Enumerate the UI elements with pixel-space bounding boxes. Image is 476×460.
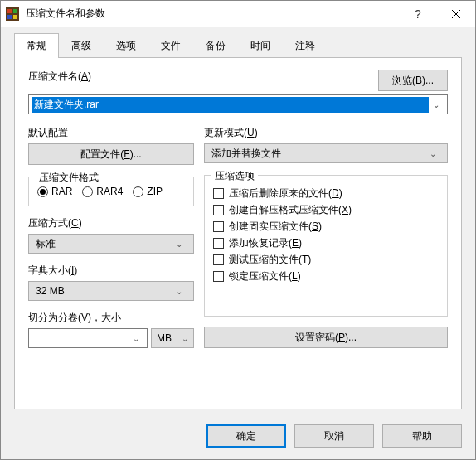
radio-icon (82, 186, 93, 197)
close-button[interactable] (437, 1, 475, 27)
archiving-options-group: 压缩选项 压缩后删除原来的文件(D) 创建自解压格式压缩文件(X) 创建固实压缩… (204, 175, 448, 317)
chevron-down-icon: ⌄ (429, 100, 444, 109)
tab-advanced[interactable]: 高级 (59, 33, 104, 58)
checkbox-icon (213, 238, 224, 249)
opt-add-recovery-checkbox[interactable]: 添加恢复记录(E) (213, 236, 439, 250)
app-icon (6, 7, 19, 21)
ok-button[interactable]: 确定 (206, 424, 286, 448)
dictionary-size-combo[interactable]: 32 MB ⌄ (28, 281, 194, 301)
archive-name-value: 新建文件夹.rar (32, 97, 429, 113)
dialog-footer: 确定 取消 帮助 (1, 418, 475, 459)
format-rar-radio[interactable]: RAR (37, 186, 72, 197)
chevron-down-icon: ⌄ (172, 287, 187, 296)
update-mode-label: 更新模式(U) (204, 126, 448, 140)
tabs: 常规 高级 选项 文件 备份 时间 注释 (1, 27, 475, 57)
checkbox-icon (213, 271, 224, 282)
archive-name-combo[interactable]: 新建文件夹.rar ⌄ (28, 94, 448, 114)
dictionary-size-label: 字典大小(I) (28, 264, 194, 278)
svg-rect-3 (7, 15, 12, 19)
checkbox-icon (213, 254, 224, 265)
titlebar: 压缩文件名和参数 ? (1, 1, 475, 27)
format-rar4-radio[interactable]: RAR4 (82, 186, 123, 197)
chevron-down-icon: ⌄ (129, 334, 143, 343)
archive-format-legend: 压缩文件格式 (36, 171, 102, 185)
archive-format-group: 压缩文件格式 RAR RAR4 ZIP (28, 177, 194, 206)
tab-time[interactable]: 时间 (238, 33, 283, 58)
chevron-down-icon: ⌄ (172, 240, 187, 249)
help-button[interactable]: ? (399, 1, 437, 27)
compression-method-combo[interactable]: 标准 ⌄ (28, 234, 194, 254)
checkbox-icon (213, 221, 224, 232)
opt-test-archive-checkbox[interactable]: 测试压缩的文件(T) (213, 253, 439, 267)
window-title: 压缩文件名和参数 (26, 7, 399, 21)
radio-checked-icon (37, 186, 48, 197)
split-volumes-label: 切分为分卷(V)，大小 (28, 311, 194, 325)
tab-general[interactable]: 常规 (14, 33, 59, 58)
checkbox-icon (213, 205, 224, 215)
svg-rect-4 (13, 15, 17, 19)
svg-rect-1 (7, 9, 12, 13)
tab-backup[interactable]: 备份 (193, 33, 238, 58)
opt-delete-after-checkbox[interactable]: 压缩后删除原来的文件(D) (213, 186, 439, 201)
opt-create-sfx-checkbox[interactable]: 创建自解压格式压缩文件(X) (213, 203, 439, 217)
tab-comment[interactable]: 注释 (283, 33, 328, 58)
tab-panel-general: 压缩文件名(A) 浏览(B)... 新建文件夹.rar ⌄ 默认配置 配置文件(… (14, 57, 462, 409)
tab-options[interactable]: 选项 (104, 33, 148, 58)
set-password-button[interactable]: 设置密码(P)... (204, 327, 448, 348)
compression-method-label: 压缩方式(C) (28, 216, 194, 230)
default-profile-label: 默认配置 (28, 126, 194, 140)
opt-lock-archive-checkbox[interactable]: 锁定压缩文件(L) (213, 269, 439, 283)
opt-create-solid-checkbox[interactable]: 创建固实压缩文件(S) (213, 220, 439, 234)
chevron-down-icon: ⌄ (425, 149, 440, 158)
split-unit-combo[interactable]: MB ⌄ (151, 328, 194, 348)
format-zip-radio[interactable]: ZIP (133, 186, 163, 197)
cancel-button[interactable]: 取消 (294, 424, 374, 448)
profiles-button[interactable]: 配置文件(F)... (28, 143, 194, 165)
chevron-down-icon: ⌄ (182, 334, 188, 343)
help-footer-button[interactable]: 帮助 (382, 424, 462, 448)
browse-button[interactable]: 浏览(B)... (378, 70, 448, 91)
checkbox-icon (213, 188, 224, 199)
dialog-window: 压缩文件名和参数 ? 常规 高级 选项 文件 备份 时间 注释 压缩文件名(A)… (0, 0, 476, 460)
tab-files[interactable]: 文件 (148, 33, 193, 58)
split-size-combo[interactable]: ⌄ (28, 328, 148, 348)
svg-rect-2 (13, 9, 17, 13)
archive-name-label: 压缩文件名(A) (28, 70, 378, 84)
archiving-options-legend: 压缩选项 (211, 169, 258, 183)
update-mode-combo[interactable]: 添加并替换文件 ⌄ (204, 143, 448, 163)
radio-icon (133, 186, 143, 197)
